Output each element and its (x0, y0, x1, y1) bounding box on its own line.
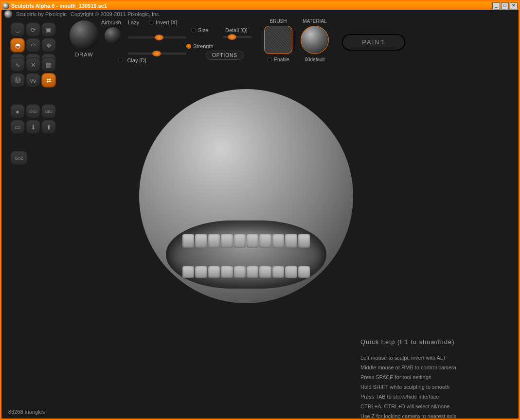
app-strip: Sculptris by Pixologic Copyright © 2009-… (1, 10, 519, 18)
paint-mode-button[interactable]: PAINT (342, 34, 405, 51)
tool-curve[interactable]: ∿ (10, 57, 25, 72)
quick-help-panel: Quick help (F1 to show/hide) Left mouse … (360, 337, 506, 420)
invert-label: Invert [X] (156, 19, 177, 25)
strength-row[interactable]: Strength (186, 43, 214, 49)
tool-rotate[interactable]: ⟳ (26, 22, 40, 37)
help-title: Quick help (F1 to show/hide) (360, 337, 506, 347)
teeth-top (182, 234, 310, 248)
move-icon: ✥ (46, 42, 52, 49)
clay-label: Clay [D] (127, 57, 146, 63)
help-line: Middle mouse or RMB to control camera (360, 363, 506, 372)
help-line: Use Z for locking camera to nearest axis (360, 411, 506, 420)
copyright-text: Copyright © 2009-2011 Pixologic, Inc. (71, 11, 161, 17)
brush-preview-sphere[interactable] (70, 20, 99, 50)
material-header: MATERIAL (301, 18, 329, 24)
size-radio-icon (191, 28, 196, 33)
help-line: Press SPACE for tool settings (360, 372, 506, 382)
options-button[interactable]: OPTIONS (206, 51, 244, 60)
material-sphere[interactable] (301, 26, 329, 54)
teeth-bottom (182, 266, 310, 278)
invert-radio-icon (149, 20, 154, 25)
brush-preview: DRAW (70, 20, 99, 57)
rotate-icon: ⟳ (31, 26, 36, 34)
brush-box: BRUSH Enable (264, 18, 292, 63)
window-title: Sculptris Alpha 6 - mouth_130519.sc1 (11, 3, 492, 9)
grid-icon: ▦ (46, 61, 52, 69)
app-icon (2, 2, 9, 9)
tool-crease[interactable]: ◡ (10, 22, 25, 37)
brush-options-row: Airbrush Lazy Invert [X] (101, 19, 177, 28)
help-line: Press TAB to show/hide interface (360, 392, 506, 402)
window-titlebar: Sculptris Alpha 6 - mouth_130519.sc1 _ □… (1, 1, 519, 10)
product-name: Sculptris by Pixologic (16, 11, 67, 17)
detail-slider[interactable] (223, 36, 252, 38)
brush-enable-toggle[interactable]: Enable (267, 57, 289, 62)
help-line: Left mouse to sculpt, invert with ALT (360, 353, 506, 363)
curve-icon: ∿ (15, 61, 20, 69)
size-label: Size (198, 27, 208, 33)
invert-toggle[interactable]: Invert [X] (149, 19, 177, 25)
tool-wire[interactable]: ✕ (26, 57, 40, 72)
brush-thumbnail[interactable] (264, 26, 292, 54)
clay-toggle[interactable]: Clay [D] (118, 55, 146, 64)
status-triangles: 83268 triangles (8, 409, 45, 415)
crop-icon: ▣ (46, 26, 52, 34)
secondary-preview[interactable] (105, 27, 121, 46)
viewport[interactable]: Quick help (F1 to show/hide) Left mouse … (3, 74, 517, 404)
minimize-button[interactable]: _ (492, 2, 500, 9)
tool-draw[interactable]: ◓ (10, 38, 25, 53)
crease-icon: ◡ (15, 26, 20, 34)
brush-enable-label: Enable (274, 57, 289, 62)
airbrush-label: Airbrush (101, 19, 121, 25)
sculpt-mesh (139, 89, 353, 303)
flatten-icon: ◠ (31, 42, 36, 49)
strength-slider[interactable] (128, 53, 186, 55)
strength-radio-icon (186, 44, 191, 49)
brush-preview-label: DRAW (70, 52, 99, 57)
help-line: CTRL+A, CTRL+D will select all/none (360, 402, 506, 411)
help-line: Hold SHIFT while sculpting to smooth (360, 382, 506, 392)
logo-icon (4, 10, 12, 18)
sculpt-mouth (166, 220, 326, 289)
detail-label: Detail [Q] (225, 27, 248, 33)
top-toolbar: ◡ ⟳ ▣ ◓ ◠ ✥ ◡ ∧ ◔ DRAW Airbrush Lazy Inv… (1, 18, 519, 74)
tool-crop[interactable]: ▣ (41, 22, 56, 37)
material-box: MATERIAL 00default (301, 18, 329, 62)
tool-flatten[interactable]: ◠ (26, 38, 40, 53)
enable-radio-icon (267, 57, 272, 62)
draw-icon: ◓ (15, 42, 20, 49)
brush-header: BRUSH (264, 18, 292, 24)
strength-label: Strength (193, 43, 214, 49)
secondary-preview-sphere (105, 27, 121, 44)
tool-grid[interactable]: ▦ (41, 57, 56, 72)
size-slider[interactable] (128, 37, 186, 38)
close-button[interactable]: ✕ (510, 2, 518, 9)
lazy-label: Lazy (128, 19, 139, 25)
maximize-button[interactable]: □ (501, 2, 509, 9)
detail-panel: Detail [Q] (225, 27, 252, 43)
size-row[interactable]: Size (191, 27, 208, 33)
material-name: 00default (301, 57, 329, 62)
wire-icon: ✕ (31, 61, 36, 69)
clay-radio-icon (118, 57, 123, 62)
tool-move[interactable]: ✥ (41, 38, 56, 53)
